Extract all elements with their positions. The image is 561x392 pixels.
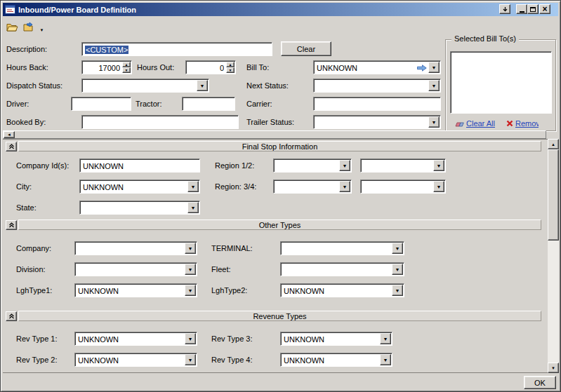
chevron-down-icon: ▼	[432, 83, 437, 88]
next-status-combo[interactable]: ▼	[313, 79, 441, 93]
triangle-up-icon: ▲	[125, 63, 128, 67]
double-chevron-up-icon	[8, 313, 15, 319]
rev-type-1-combo[interactable]: UNKNOWN ▼	[74, 332, 197, 346]
lghtype2-dropdown-button[interactable]: ▼	[392, 285, 403, 296]
chevron-down-icon: ▼	[200, 83, 205, 88]
city-dropdown-button[interactable]: ▼	[187, 181, 199, 192]
selected-bill-to-title: Selected Bill To(s)	[451, 34, 519, 43]
region2-combo[interactable]: ▼	[360, 158, 446, 173]
lghtype1-label: LghType1:	[16, 286, 52, 295]
double-chevron-up-icon	[8, 144, 15, 149]
scroll-left-button[interactable]: ◄	[4, 131, 15, 138]
scroll-down-button[interactable]: ▼	[548, 363, 559, 373]
scroll-up-button[interactable]: ▲	[548, 139, 559, 149]
rev-type-1-dropdown-button[interactable]: ▼	[185, 333, 196, 344]
region4-combo[interactable]: ▼	[360, 180, 446, 194]
maximize-button[interactable]	[527, 4, 539, 14]
description-input[interactable]: <CUSTOM>	[81, 42, 272, 56]
region1-dropdown-button[interactable]: ▼	[339, 160, 350, 171]
hours-out-spinner[interactable]: 0 ▲▼	[185, 60, 236, 74]
panel-top-scrollbar[interactable]: ◄	[3, 130, 546, 139]
open-board-button[interactable]	[20, 19, 37, 34]
terminal-value	[284, 244, 390, 254]
terminal-combo[interactable]: ▼	[280, 241, 404, 255]
window-extra-button[interactable]	[499, 4, 510, 14]
hours-out-up-button[interactable]: ▲	[226, 62, 235, 67]
rev-type-3-combo[interactable]: UNKNOWN ▼	[280, 332, 392, 346]
bill-to-combo[interactable]: UNKNOWN ▼	[313, 60, 441, 74]
dispatch-status-combo[interactable]: ▼	[81, 79, 209, 93]
lghtype1-combo[interactable]: UNKNOWN ▼	[74, 283, 197, 297]
minimize-icon	[520, 11, 524, 13]
arrow-right-icon[interactable]	[417, 65, 427, 72]
hours-back-spin-buttons: ▲▼	[122, 62, 131, 73]
scrollbar-thumb[interactable]	[548, 149, 559, 241]
close-button[interactable]: ×	[539, 4, 550, 14]
hours-back-down-button[interactable]: ▼	[122, 67, 131, 73]
division-dropdown-button[interactable]: ▼	[185, 264, 196, 275]
chevron-down-icon: ▼	[188, 358, 193, 363]
region1-combo[interactable]: ▼	[273, 158, 352, 173]
lghtype2-combo[interactable]: UNKNOWN ▼	[280, 283, 404, 297]
company-combo[interactable]: ▼	[74, 241, 197, 255]
trailer-status-combo[interactable]: ▼	[313, 115, 441, 129]
company-ids-input[interactable]: UNKNOWN	[79, 158, 200, 173]
region4-dropdown-button[interactable]: ▼	[433, 181, 444, 192]
triangle-down-icon: ▼	[125, 69, 128, 72]
company-value	[78, 244, 183, 254]
booked-by-input[interactable]	[81, 115, 239, 129]
rev-type-2-dropdown-button[interactable]: ▼	[185, 354, 196, 365]
rev-type-3-dropdown-button[interactable]: ▼	[380, 333, 391, 344]
next-status-dropdown-button[interactable]: ▼	[428, 80, 440, 91]
final-stop-collapse-button[interactable]	[6, 142, 17, 151]
revenue-types-collapse-button[interactable]	[6, 311, 17, 321]
panel-vertical-scrollbar[interactable]: ▲ ▼	[548, 139, 559, 373]
chevron-down-icon: ▼	[432, 65, 437, 70]
minimize-button[interactable]	[516, 4, 527, 14]
region3-dropdown-button[interactable]: ▼	[339, 181, 350, 192]
hours-back-spinner[interactable]: 17000 ▲▼	[81, 60, 132, 74]
hours-out-value: 0	[187, 63, 224, 73]
chevron-down-icon: ▼	[188, 288, 193, 293]
state-dropdown-button[interactable]: ▼	[187, 202, 199, 213]
clear-all-link[interactable]: Clear All	[454, 119, 495, 128]
bill-to-dropdown-button[interactable]: ▼	[428, 62, 440, 73]
open-button[interactable]	[4, 19, 20, 34]
rev-type-4-dropdown-button[interactable]: ▼	[380, 354, 391, 365]
region12-label: Region 1/2:	[215, 161, 254, 170]
toolbar-overflow-button[interactable]: ▼	[37, 19, 46, 34]
chevron-down-icon: ▼	[432, 120, 437, 125]
tractor-input[interactable]	[182, 97, 235, 111]
ok-button[interactable]: OK	[524, 376, 556, 389]
fleet-combo[interactable]: ▼	[280, 262, 404, 276]
folder-open-icon	[6, 22, 18, 32]
region3-combo[interactable]: ▼	[273, 180, 352, 194]
clear-button[interactable]: Clear	[281, 41, 331, 56]
other-types-collapse-button[interactable]	[6, 220, 17, 230]
fleet-dropdown-button[interactable]: ▼	[392, 264, 403, 275]
arrow-down-icon	[502, 6, 508, 13]
driver-input[interactable]	[71, 97, 131, 111]
carrier-input[interactable]	[313, 97, 441, 111]
hours-back-up-button[interactable]: ▲	[122, 62, 131, 67]
division-combo[interactable]: ▼	[74, 262, 197, 276]
hours-out-down-button[interactable]: ▼	[226, 67, 235, 73]
trailer-status-dropdown-button[interactable]: ▼	[428, 116, 440, 128]
hours-back-label: Hours Back:	[6, 63, 48, 72]
rev-type-4-combo[interactable]: UNKNOWN ▼	[280, 353, 392, 367]
description-label: Description:	[6, 45, 47, 53]
dispatch-status-dropdown-button[interactable]: ▼	[197, 80, 208, 91]
title-bar[interactable]: Inbound/Power Board Definition ×	[3, 3, 558, 16]
selected-bill-to-list[interactable]	[450, 51, 552, 114]
rev-type-2-combo[interactable]: UNKNOWN ▼	[74, 353, 197, 367]
triangle-up-icon: ▲	[551, 142, 555, 147]
fleet-value	[284, 265, 390, 275]
company-dropdown-button[interactable]: ▼	[185, 243, 196, 254]
lghtype1-dropdown-button[interactable]: ▼	[185, 285, 196, 296]
terminal-dropdown-button[interactable]: ▼	[392, 243, 403, 254]
city-combo[interactable]: UNKNOWN ▼	[79, 180, 200, 194]
state-combo[interactable]: ▼	[79, 201, 200, 215]
remove-icon	[506, 120, 513, 127]
remove-link[interactable]: Remove	[506, 119, 539, 128]
region2-dropdown-button[interactable]: ▼	[433, 160, 444, 171]
